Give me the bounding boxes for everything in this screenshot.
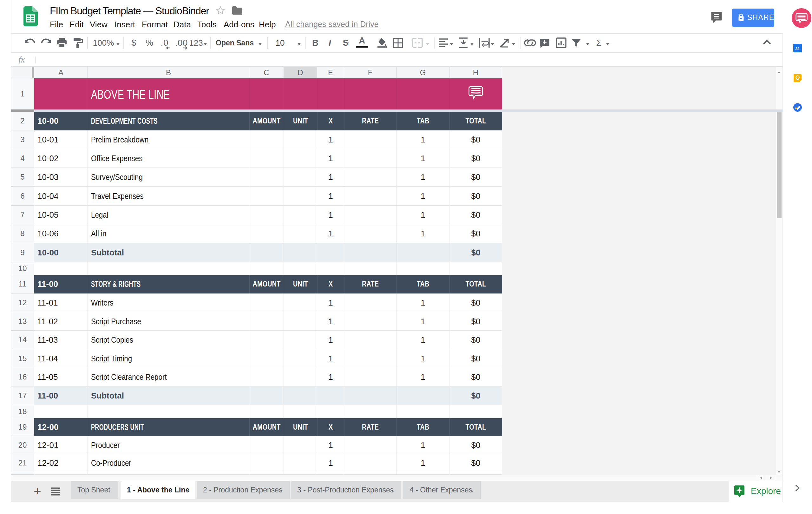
svg-text:31: 31 (795, 46, 800, 51)
